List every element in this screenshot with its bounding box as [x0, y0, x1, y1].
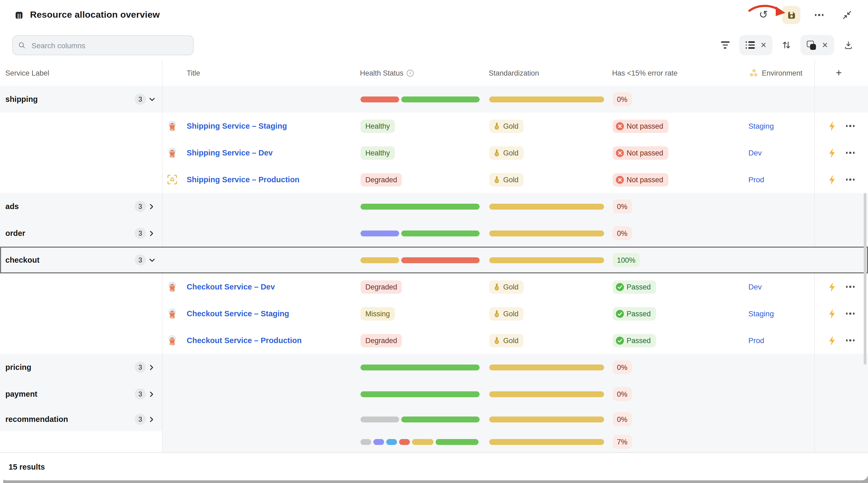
check-badge-label: Passed — [627, 336, 651, 345]
lightning-icon[interactable] — [827, 166, 837, 193]
bar-segment-red — [361, 96, 399, 102]
health-status-badge: Degraded — [361, 173, 402, 186]
vertical-scrollbar[interactable] — [864, 193, 866, 364]
group-count-badge[interactable]: 3 — [135, 201, 146, 212]
health-status-bar — [361, 193, 480, 220]
lightning-icon[interactable] — [827, 300, 837, 327]
health-status-badge: Degraded — [361, 280, 402, 293]
group-row-pricing[interactable]: pricing30% — [0, 354, 868, 381]
resource-allocation-table: Resource allocation overview ↺ — [0, 0, 868, 483]
chevron-right-icon[interactable] — [149, 354, 154, 381]
standardization-badge: Gold — [489, 334, 523, 347]
service-title-link[interactable]: Shipping Service – Dev — [187, 139, 273, 166]
chevron-down-icon[interactable] — [149, 86, 155, 112]
chevron-right-icon[interactable] — [149, 408, 154, 431]
standardization-bar — [489, 86, 604, 112]
service-title-link[interactable]: Checkout Service – Production — [187, 327, 302, 354]
error-rate-check-badge: Not passed — [613, 119, 669, 133]
ellipsis-icon — [845, 125, 856, 127]
group-row-recommendation[interactable]: recommendation30% — [0, 408, 868, 431]
check-circle-icon — [616, 336, 624, 345]
medal-icon — [493, 122, 500, 130]
service-row[interactable]: Checkout Service – DevDegradedGoldPassed… — [0, 273, 868, 301]
service-title-link[interactable]: Checkout Service – Dev — [187, 273, 275, 300]
chevron-right-icon[interactable] — [149, 193, 154, 220]
service-title-link[interactable]: Shipping Service – Production — [187, 166, 300, 193]
row-actions-button[interactable] — [845, 300, 856, 327]
bar-segment-gold — [489, 364, 604, 370]
service-row[interactable]: Shipping Service – DevHealthyGoldNot pas… — [0, 139, 868, 167]
bar-segment-green — [401, 96, 479, 102]
service-title-link[interactable]: Shipping Service – Staging — [187, 112, 287, 139]
bar-segment-red — [399, 439, 410, 445]
health-status-badge: Degraded — [361, 334, 402, 347]
standardization-bar — [489, 381, 604, 408]
medal-icon — [493, 336, 500, 345]
health-status-bar — [361, 381, 480, 408]
environment-link[interactable]: Prod — [748, 166, 764, 193]
table-footer: 15 results — [0, 452, 868, 480]
group-count-badge[interactable]: 3 — [135, 228, 146, 239]
error-rate-badge: 0% — [613, 360, 632, 374]
group-row-payment[interactable]: payment30% — [0, 381, 868, 408]
service-row[interactable]: Shipping Service – StagingHealthyGoldNot… — [0, 112, 868, 140]
service-title-link[interactable]: Checkout Service – Staging — [187, 300, 289, 327]
lightning-icon[interactable] — [827, 327, 837, 354]
row-actions-button[interactable] — [845, 327, 856, 354]
service-row[interactable]: Checkout Service – StagingMissingGoldPas… — [0, 300, 868, 327]
check-badge-label: Not passed — [627, 149, 663, 157]
bar-segment-green — [401, 416, 479, 422]
chevron-right-icon[interactable] — [149, 381, 154, 408]
squid-avatar-icon — [167, 139, 178, 166]
row-actions-button[interactable] — [845, 273, 856, 300]
standardization-bar — [489, 354, 604, 381]
standardization-badge-label: Gold — [503, 122, 519, 130]
row-actions-button[interactable] — [845, 166, 856, 193]
environment-link[interactable]: Dev — [748, 139, 762, 166]
group-row-shipping[interactable]: shipping30% — [0, 86, 868, 113]
bar-segment-gray — [361, 416, 399, 422]
standardization-bar — [489, 408, 604, 431]
service-row[interactable]: Checkout Service – ProductionDegradedGol… — [0, 327, 868, 354]
group-count-badge[interactable]: 3 — [135, 414, 146, 425]
group-count-badge[interactable]: 3 — [135, 362, 146, 373]
health-status-badge: Missing — [361, 307, 395, 320]
service-row[interactable]: Shipping Service – ProductionDegradedGol… — [0, 166, 868, 194]
medal-icon — [493, 310, 500, 318]
group-label: order — [5, 220, 25, 247]
standardization-bar — [489, 220, 604, 247]
bar-segment-green — [401, 230, 479, 236]
squid-avatar-icon — [167, 327, 178, 354]
group-count-badge[interactable]: 3 — [135, 254, 146, 266]
chevron-right-icon[interactable] — [149, 220, 154, 247]
standardization-badge-label: Gold — [503, 336, 519, 345]
bar-segment-green — [436, 439, 478, 445]
row-actions-button[interactable] — [845, 139, 856, 166]
environment-link[interactable]: Staging — [748, 300, 774, 327]
row-actions-button[interactable] — [845, 112, 856, 139]
standardization-badge: Gold — [489, 119, 523, 133]
group-label: pricing — [5, 354, 31, 381]
health-status-bar — [361, 86, 480, 112]
bar-segment-gray — [361, 439, 371, 445]
lightning-icon[interactable] — [827, 273, 837, 300]
bar-segment-green — [361, 364, 479, 370]
environment-link[interactable]: Prod — [748, 327, 764, 354]
table-card: Resource allocation overview ↺ — [0, 0, 868, 480]
group-row-order[interactable]: order30% — [0, 220, 868, 247]
group-count-badge[interactable]: 3 — [135, 388, 146, 400]
bar-segment-gold — [489, 391, 604, 397]
squid-avatar-icon — [167, 273, 178, 300]
group-row-checkout[interactable]: checkout3100% — [0, 247, 868, 273]
group-row-ads[interactable]: ads30% — [0, 193, 868, 220]
environment-link[interactable]: Dev — [748, 273, 762, 300]
check-badge-label: Not passed — [627, 175, 663, 184]
lightning-icon[interactable] — [827, 112, 837, 139]
environment-link[interactable]: Staging — [748, 112, 774, 139]
bar-segment-gold — [489, 230, 604, 236]
group-count-badge[interactable]: 3 — [135, 94, 146, 105]
health-status-bar — [361, 431, 480, 452]
check-badge-label: Passed — [627, 283, 651, 291]
lightning-icon[interactable] — [827, 139, 837, 166]
chevron-down-icon[interactable] — [149, 247, 155, 273]
